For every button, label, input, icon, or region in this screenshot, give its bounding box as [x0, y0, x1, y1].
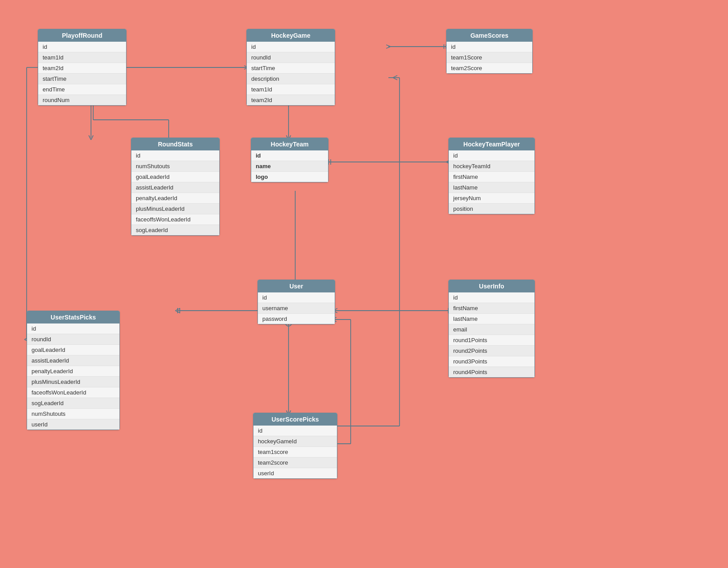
- entity-header-roundstats: RoundStats: [131, 138, 219, 150]
- field-usp-faceoffswonleaderid: faceoffsWonLeaderId: [27, 387, 119, 398]
- field-ui-round1points: round1Points: [449, 335, 534, 346]
- field-hg-team1id: team1Id: [247, 84, 335, 95]
- svg-line-43: [393, 75, 397, 78]
- field-htp-firstname: firstName: [449, 172, 534, 182]
- diagram-container: PlayoffRound id team1Id team2Id startTim…: [0, 0, 728, 568]
- field-usp-roundid: roundId: [27, 334, 119, 345]
- entity-roundstats: RoundStats id numShutouts goalLeaderId a…: [131, 138, 220, 236]
- field-ui-firstname: firstName: [449, 303, 534, 314]
- field-rs-faceoffswonleaderid: faceoffsWonLeaderId: [131, 214, 219, 225]
- field-ui-round3points: round3Points: [449, 356, 534, 367]
- field-usp-sogleaderid: sogLeaderId: [27, 398, 119, 409]
- field-gs-team2score: team2Score: [447, 63, 532, 73]
- field-pr-endtime: endTime: [38, 84, 126, 95]
- field-u-password: password: [258, 314, 335, 324]
- field-pr-team2id: team2Id: [38, 63, 126, 74]
- field-hg-id: id: [247, 42, 335, 52]
- field-ui-round2points: round2Points: [449, 346, 534, 356]
- entity-userscorepicks: UserScorePicks id hockeyGameId team1scor…: [253, 413, 337, 479]
- field-hg-team2id: team2Id: [247, 95, 335, 105]
- field-pr-roundnum: roundNum: [38, 95, 126, 105]
- field-uscr-hockeygameid: hockeyGameId: [253, 436, 337, 447]
- field-usp-assistleaderid: assistLeaderId: [27, 355, 119, 366]
- field-uscr-team2score: team2score: [253, 458, 337, 468]
- field-uscr-userid: userId: [253, 468, 337, 478]
- field-rs-penaltyleaderid: penaltyLeaderId: [131, 193, 219, 204]
- entity-userinfo: UserInfo id firstName lastName email rou…: [448, 280, 535, 378]
- field-htp-id: id: [449, 150, 534, 161]
- field-hg-roundid: roundId: [247, 52, 335, 63]
- entity-playoffround: PlayoffRound id team1Id team2Id startTim…: [38, 29, 127, 106]
- field-gs-id: id: [447, 42, 532, 52]
- entity-header-gamescores: GameScores: [447, 29, 532, 42]
- field-rs-plusminusleaderid: plusMinusLeaderId: [131, 204, 219, 214]
- entity-header-hockeygame: HockeyGame: [247, 29, 335, 42]
- field-ui-id: id: [449, 292, 534, 303]
- entity-hockeygame: HockeyGame id roundId startTime descript…: [246, 29, 335, 106]
- field-gs-team1score: team1Score: [447, 52, 532, 63]
- field-rs-goalleaderid: goalLeaderId: [131, 172, 219, 182]
- entity-header-hockeyteamplayer: HockeyTeamPlayer: [449, 138, 534, 150]
- field-u-username: username: [258, 303, 335, 314]
- svg-line-6: [91, 135, 93, 140]
- field-ui-round4points: round4Points: [449, 367, 534, 377]
- svg-line-44: [393, 78, 397, 80]
- entity-header-hockeyteam: HockeyTeam: [251, 138, 328, 150]
- svg-line-30: [175, 311, 180, 313]
- field-pr-starttime: startTime: [38, 74, 126, 84]
- entity-hockeyteamplayer: HockeyTeamPlayer id hockeyTeamId firstNa…: [448, 138, 535, 214]
- field-pr-team1id: team1Id: [38, 52, 126, 63]
- entity-header-playoffround: PlayoffRound: [38, 29, 126, 42]
- field-u-id: id: [258, 292, 335, 303]
- field-htp-lastname: lastName: [449, 182, 534, 193]
- field-hg-description: description: [247, 74, 335, 84]
- field-uscr-id: id: [253, 426, 337, 436]
- entity-header-userinfo: UserInfo: [449, 280, 534, 292]
- svg-line-29: [175, 308, 180, 311]
- field-ht-id: id: [251, 150, 328, 161]
- entity-userstatspicks: UserStatsPicks id roundId goalLeaderId a…: [27, 311, 120, 430]
- field-ui-email: email: [449, 324, 534, 335]
- entity-hockeyteam: HockeyTeam id name logo: [251, 138, 328, 182]
- field-usp-penaltyleaderid: penaltyLeaderId: [27, 366, 119, 377]
- field-ht-name: name: [251, 161, 328, 172]
- svg-line-11: [386, 45, 391, 47]
- field-rs-assistleaderid: assistLeaderId: [131, 182, 219, 193]
- field-htp-hockeyteamid: hockeyTeamId: [449, 161, 534, 172]
- entity-gamescores: GameScores id team1Score team2Score: [446, 29, 533, 74]
- svg-line-12: [386, 47, 391, 48]
- field-htp-jerseynum: jerseyNum: [449, 193, 534, 204]
- field-usp-userid: userId: [27, 419, 119, 430]
- field-ht-logo: logo: [251, 172, 328, 182]
- field-usp-id: id: [27, 323, 119, 334]
- entity-user: User id username password: [257, 280, 335, 324]
- field-hg-starttime: startTime: [247, 63, 335, 74]
- field-usp-numshutouts: numShutouts: [27, 409, 119, 419]
- field-ui-lastname: lastName: [449, 314, 534, 324]
- field-rs-sogleaderid: sogLeaderId: [131, 225, 219, 235]
- field-rs-id: id: [131, 150, 219, 161]
- entity-header-userscorepicks: UserScorePicks: [253, 413, 337, 426]
- field-usp-plusminusleaderid: plusMinusLeaderId: [27, 377, 119, 387]
- svg-line-5: [89, 135, 91, 140]
- field-rs-numshutouts: numShutouts: [131, 161, 219, 172]
- field-usp-goalleaderid: goalLeaderId: [27, 345, 119, 355]
- entity-header-userstatspicks: UserStatsPicks: [27, 311, 119, 323]
- field-htp-position: position: [449, 204, 534, 214]
- field-uscr-team1score: team1score: [253, 447, 337, 458]
- entity-header-user: User: [258, 280, 335, 292]
- field-pr-id: id: [38, 42, 126, 52]
